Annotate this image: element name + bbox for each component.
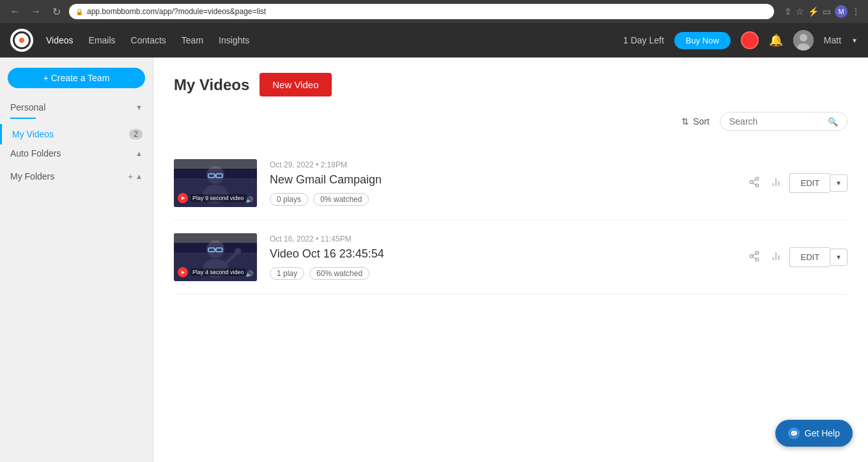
watched-badge-2: 60% watched (309, 267, 369, 280)
add-folder-icon[interactable]: + (128, 171, 133, 181)
forward-button[interactable]: → (28, 4, 43, 19)
url-text: app.bombbomb.com/app/?module=videos&page… (87, 7, 266, 16)
video-meta-1: Oct 29, 2022 • 2:18PM (270, 160, 733, 169)
days-left-text: 1 Day Left (623, 35, 664, 45)
svg-point-29 (756, 251, 759, 254)
video-stats-1: 0 plays 0% watched (270, 193, 733, 206)
search-icon: 🔍 (828, 117, 838, 127)
sound-icon-1: 🔊 (245, 196, 253, 203)
watched-badge-1: 0% watched (313, 193, 369, 206)
nav-videos[interactable]: Videos (46, 35, 74, 45)
user-name[interactable]: Matt (824, 35, 841, 45)
sidebar-auto-folders-header[interactable]: Auto Folders ▲ (10, 144, 143, 162)
split-view-icon[interactable]: ▭ (823, 6, 831, 17)
sidebar-personal-header[interactable]: Personal ▼ (10, 98, 143, 116)
user-menu-chevron[interactable]: ▼ (851, 37, 858, 44)
main-content: My Videos New Video ⇅ Sort 🔍 (153, 58, 868, 462)
video-stats-2: 1 play 60% watched (270, 267, 733, 280)
svg-rect-28 (174, 233, 257, 243)
svg-line-15 (753, 179, 756, 181)
play-icon-2: ▶ (178, 267, 188, 277)
search-input[interactable] (729, 116, 823, 127)
personal-underline (10, 118, 36, 119)
nav-insights[interactable]: Insights (219, 35, 249, 45)
sort-label: Sort (693, 116, 709, 127)
svg-point-31 (756, 258, 759, 261)
back-button[interactable]: ← (8, 4, 23, 19)
video-item: ▶ Play 9 second video 🔊 Oct 29, 2022 • 2… (174, 146, 848, 220)
svg-point-30 (750, 254, 754, 258)
play-overlay-2: ▶ Play 4 second video (178, 267, 246, 277)
logo (10, 29, 33, 52)
nav-team[interactable]: Team (182, 35, 203, 45)
sidebar-my-folders-section: My Folders + ▲ (0, 167, 153, 185)
edit-button-2[interactable]: EDIT (789, 247, 830, 267)
bell-icon[interactable]: 🔔 (769, 33, 783, 47)
avatar (793, 30, 814, 50)
plays-badge-1: 0 plays (270, 193, 308, 206)
chat-bubble-icon: 💬 (788, 427, 800, 439)
analytics-button-1[interactable] (768, 174, 784, 193)
edit-btn-group-1: EDIT ▼ (789, 173, 848, 193)
browser-chrome: ← → ↻ 🔒 app.bombbomb.com/app/?module=vid… (0, 0, 868, 23)
sidebar-my-folders-header[interactable]: My Folders + ▲ (10, 167, 143, 185)
svg-point-21 (206, 240, 224, 258)
get-help-label: Get Help (805, 428, 840, 438)
create-team-button[interactable]: + Create a Team (8, 68, 145, 88)
auto-folders-chevron: ▲ (136, 150, 143, 157)
nav-contacts[interactable]: Contacts (131, 35, 166, 45)
lock-icon: 🔒 (75, 8, 83, 15)
edit-dropdown-1[interactable]: ▼ (830, 174, 848, 192)
edit-dropdown-2[interactable]: ▼ (830, 249, 848, 266)
personal-chevron: ▼ (136, 104, 143, 111)
my-folders-chevron[interactable]: ▲ (136, 173, 143, 180)
video-actions-2: EDIT ▼ (746, 247, 848, 267)
svg-line-14 (753, 183, 756, 185)
sort-icon: ⇅ (681, 116, 689, 127)
more-icon[interactable]: ⋮ (851, 6, 860, 17)
share-button-2[interactable] (746, 248, 763, 267)
search-box[interactable]: 🔍 (720, 112, 848, 131)
nav-emails[interactable]: Emails (89, 35, 116, 45)
address-bar[interactable]: 🔒 app.bombbomb.com/app/?module=videos&pa… (69, 4, 774, 19)
sidebar-auto-folders-section: Auto Folders ▲ (0, 144, 153, 162)
svg-point-13 (756, 184, 759, 187)
get-help-button[interactable]: 💬 Get Help (775, 420, 853, 447)
edit-btn-group-2: EDIT ▼ (789, 247, 848, 267)
new-video-button[interactable]: New Video (260, 73, 331, 96)
play-overlay-1: ▶ Play 9 second video (178, 193, 246, 203)
svg-rect-10 (174, 159, 257, 169)
sidebar: + Create a Team Personal ▼ My Videos 2 A… (0, 58, 153, 462)
buy-now-button[interactable]: Buy Now (674, 32, 731, 49)
sidebar-personal-section: Personal ▼ (0, 98, 153, 119)
video-actions-1: EDIT ▼ (746, 173, 848, 193)
bookmark-icon[interactable]: ☆ (796, 6, 804, 17)
edit-button-1[interactable]: EDIT (789, 173, 830, 193)
video-meta-2: Oct 16, 2022 • 11:45PM (270, 235, 733, 243)
video-list: ▶ Play 9 second video 🔊 Oct 29, 2022 • 2… (174, 146, 848, 295)
analytics-button-2[interactable] (768, 248, 784, 267)
auto-folders-label: Auto Folders (10, 148, 61, 158)
app-header: Videos Emails Contacts Team Insights 1 D… (0, 23, 868, 58)
video-title-1: New Gmail Campaign (270, 173, 733, 187)
profile-icon[interactable]: M (835, 5, 848, 18)
extensions-icon[interactable]: ⚡ (808, 6, 819, 17)
share-icon[interactable]: ⇧ (784, 6, 792, 17)
play-icon-1: ▶ (178, 193, 188, 203)
header-right: 1 Day Left Buy Now 🔔 Matt ▼ (623, 30, 858, 50)
reload-button[interactable]: ↻ (49, 4, 64, 19)
video-title-2: Video Oct 16 23:45:54 (270, 247, 733, 261)
sidebar-item-my-videos[interactable]: My Videos 2 (0, 124, 153, 144)
svg-point-27 (235, 248, 241, 254)
video-thumbnail-2[interactable]: ▶ Play 4 second video 🔊 (174, 233, 257, 281)
browser-actions: ⇧ ☆ ⚡ ▭ M ⋮ (784, 5, 860, 18)
page-title: My Videos (174, 76, 249, 94)
video-thumbnail-1[interactable]: ▶ Play 9 second video 🔊 (174, 159, 257, 207)
svg-line-32 (753, 257, 756, 259)
record-button[interactable] (741, 31, 759, 49)
svg-point-1 (800, 34, 807, 42)
main-layout: + Create a Team Personal ▼ My Videos 2 A… (0, 58, 868, 462)
share-button-1[interactable] (746, 174, 763, 193)
sort-button[interactable]: ⇅ Sort (681, 116, 709, 127)
svg-line-33 (753, 253, 756, 255)
